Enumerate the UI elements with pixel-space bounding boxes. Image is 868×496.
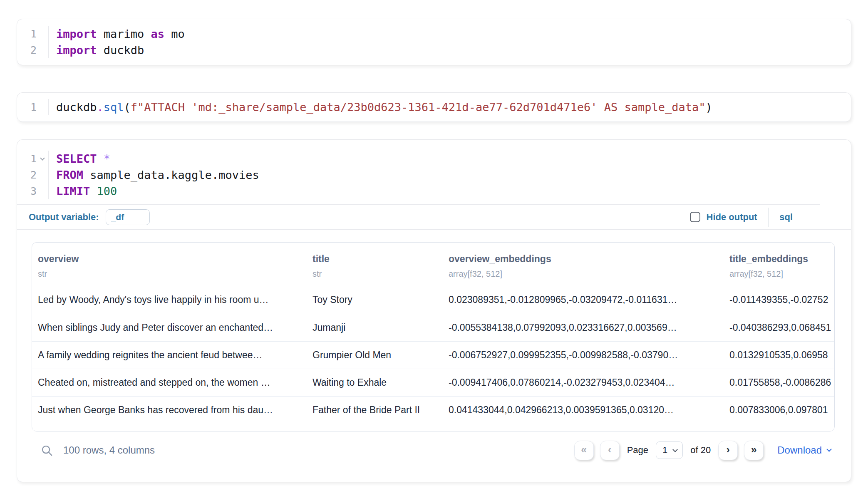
first-page-icon: « — [581, 444, 587, 456]
download-button[interactable]: Download — [777, 444, 831, 456]
table-cell[interactable]: Led by Woody, Andy's toys live happily i… — [32, 286, 307, 314]
dataframe-table: overviewstrtitlestroverview_embeddingsar… — [32, 243, 835, 424]
code-cell-imports: 12 import marimo as moimport duckdb — [17, 19, 851, 65]
line-number: 1 — [30, 28, 37, 40]
code-editor[interactable]: 1 duckdb.sql(f"ATTACH 'md:_share/sample_… — [17, 93, 851, 122]
line-number: 1 — [30, 153, 37, 165]
language-badge[interactable]: sql — [779, 212, 793, 223]
table-footer-left: 100 rows, 4 columns — [40, 444, 155, 457]
pagination: « ‹ Page 1 of 20 › » Download — [574, 441, 831, 460]
code-line[interactable]: import duckdb — [56, 42, 851, 58]
table-row: When siblings Judy and Peter discover an… — [32, 314, 835, 341]
divider — [17, 229, 851, 230]
column-type: str — [38, 269, 301, 279]
code-lines[interactable]: duckdb.sql(f"ATTACH 'md:_share/sample_da… — [49, 99, 851, 115]
line-number: 1 — [30, 101, 37, 113]
page-label: Page — [627, 445, 648, 456]
column-name: title — [312, 253, 437, 265]
code-cell-attach: 1 duckdb.sql(f"ATTACH 'md:_share/sample_… — [17, 92, 851, 122]
hide-output-label[interactable]: Hide output — [707, 212, 757, 223]
table-cell[interactable]: Cheated on, mistreated and stepped on, t… — [32, 369, 307, 396]
output-bar: Output variable: Hide output sql — [17, 205, 851, 229]
last-page-icon: » — [751, 444, 757, 456]
table-cell[interactable]: Waiting to Exhale — [307, 369, 443, 396]
table-cell[interactable]: 0.041433044,0.042966213,0.0039591365,0.0… — [443, 396, 724, 424]
hide-output-checkbox[interactable] — [690, 212, 700, 222]
vertical-separator — [768, 208, 769, 227]
table-cell[interactable]: -0.009417406,0.07860214,-0.023279453,0.0… — [443, 369, 724, 396]
first-page-button[interactable]: « — [574, 441, 594, 460]
column-type: array[f32, 512] — [729, 269, 830, 279]
table-row: A family wedding reignites the ancient f… — [32, 341, 835, 369]
last-page-button[interactable]: » — [744, 441, 764, 460]
line-number-gutter: 123 — [17, 151, 49, 199]
code-lines[interactable]: SELECT *FROM sample_data.kaggle.moviesLI… — [49, 151, 851, 199]
chevron-down-icon — [672, 447, 678, 452]
output-variable-label: Output variable: — [29, 212, 99, 223]
table-cell[interactable]: 0.007833006,0.097801 — [724, 396, 835, 424]
table-cell[interactable]: Toy Story — [307, 286, 443, 314]
column-type: array[f32, 512] — [449, 269, 718, 279]
fold-chevron-icon[interactable] — [37, 158, 48, 160]
code-line[interactable]: FROM sample_data.kaggle.movies — [56, 167, 851, 183]
column-header-title_embeddings[interactable]: title_embeddingsarray[f32, 512] — [724, 243, 835, 286]
code-line[interactable]: import marimo as mo — [56, 26, 851, 42]
code-lines[interactable]: import marimo as moimport duckdb — [49, 26, 851, 58]
table-cell[interactable]: -0.040386293,0.068451 — [724, 314, 835, 341]
prev-page-icon: ‹ — [608, 444, 611, 456]
table-cell[interactable]: Jumanji — [307, 314, 443, 341]
page-select[interactable]: 1 — [656, 441, 683, 459]
table-cell[interactable]: 0.01755858,-0.0086286 — [724, 369, 835, 396]
column-name: title_embeddings — [729, 253, 830, 265]
output-variable-input[interactable] — [106, 209, 150, 225]
column-type: str — [312, 269, 437, 279]
code-editor[interactable]: 12 import marimo as moimport duckdb — [17, 19, 851, 64]
table-cell[interactable]: -0.006752927,0.099952355,-0.009982588,-0… — [443, 341, 724, 369]
line-number-gutter: 1 — [17, 99, 49, 115]
table-cell[interactable]: -0.011439355,-0.02752 — [724, 286, 835, 314]
code-cell-sql: 123 SELECT *FROM sample_data.kaggle.movi… — [17, 139, 851, 482]
code-editor[interactable]: 123 SELECT *FROM sample_data.kaggle.movi… — [17, 140, 851, 204]
column-header-overview_embeddings[interactable]: overview_embeddingsarray[f32, 512] — [443, 243, 724, 286]
table-cell[interactable]: A family wedding reignites the ancient f… — [32, 341, 307, 369]
chevron-down-icon — [826, 446, 832, 452]
line-number: 3 — [30, 185, 37, 197]
dataframe-table-card: overviewstrtitlestroverview_embeddingsar… — [32, 242, 835, 432]
table-cell[interactable]: Grumpier Old Men — [307, 341, 443, 369]
next-page-icon: › — [727, 444, 730, 456]
row-count-summary: 100 rows, 4 columns — [63, 444, 155, 456]
table-row: Just when George Banks has recovered fro… — [32, 396, 835, 424]
table-footer: 100 rows, 4 columns « ‹ Page 1 of 20 › »… — [17, 436, 851, 464]
output-variable-group: Output variable: — [29, 209, 150, 225]
table-cell[interactable]: 0.0132910535,0.06958 — [724, 341, 835, 369]
table-cell[interactable]: Just when George Banks has recovered fro… — [32, 396, 307, 424]
table-cell[interactable]: Father of the Bride Part II — [307, 396, 443, 424]
line-number: 2 — [30, 169, 37, 181]
table-header-row: overviewstrtitlestroverview_embeddingsar… — [32, 243, 835, 286]
page-total-label: of 20 — [690, 445, 711, 456]
search-icon[interactable] — [40, 444, 53, 457]
next-page-button[interactable]: › — [718, 441, 738, 460]
code-line[interactable]: duckdb.sql(f"ATTACH 'md:_share/sample_da… — [56, 99, 851, 115]
column-name: overview — [38, 253, 301, 265]
code-line[interactable]: SELECT * — [56, 151, 851, 167]
column-name: overview_embeddings — [449, 253, 718, 265]
line-number-gutter: 12 — [17, 26, 49, 58]
table-cell[interactable]: -0.0055384138,0.07992093,0.023316627,0.0… — [443, 314, 724, 341]
output-controls: Hide output sql — [690, 208, 793, 227]
table-cell[interactable]: When siblings Judy and Peter discover an… — [32, 314, 307, 341]
column-header-overview[interactable]: overviewstr — [32, 243, 307, 286]
code-line[interactable]: LIMIT 100 — [56, 183, 851, 199]
column-header-title[interactable]: titlestr — [307, 243, 443, 286]
page-select-value: 1 — [662, 445, 667, 456]
download-label: Download — [777, 444, 822, 456]
table-cell[interactable]: 0.023089351,-0.012809965,-0.03209472,-0.… — [443, 286, 724, 314]
table-row: Cheated on, mistreated and stepped on, t… — [32, 369, 835, 396]
line-number: 2 — [30, 44, 37, 56]
table-row: Led by Woody, Andy's toys live happily i… — [32, 286, 835, 314]
prev-page-button[interactable]: ‹ — [600, 441, 620, 460]
